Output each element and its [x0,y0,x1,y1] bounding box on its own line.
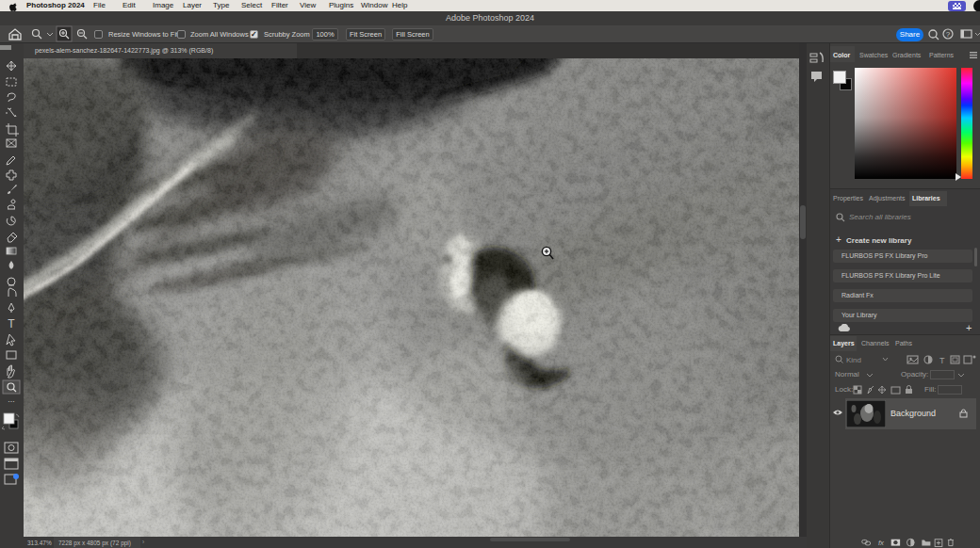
svg-text:Kind: Kind [846,356,861,364]
svg-text:T: T [8,317,15,330]
svg-text:fx: fx [878,539,885,547]
svg-text:...: ... [8,395,15,404]
svg-text:T: T [939,356,945,365]
svg-text:?: ? [946,30,951,39]
